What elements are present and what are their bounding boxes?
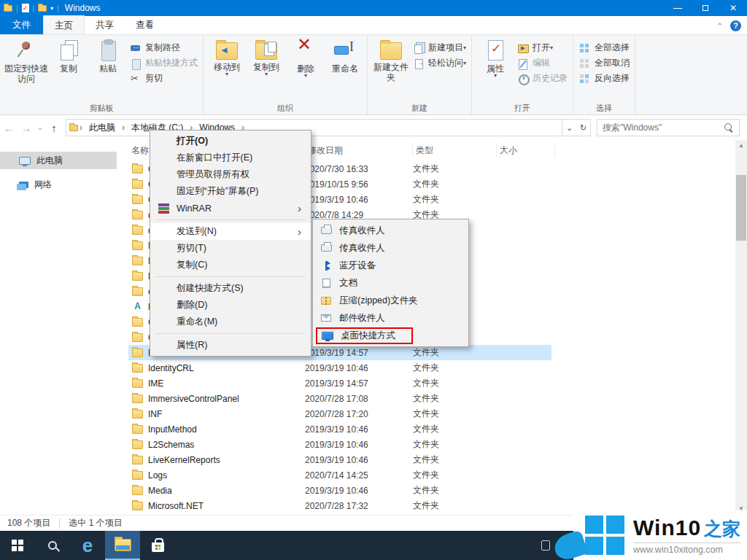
up-button[interactable]: ↑ — [45, 122, 63, 134]
tab-home[interactable]: 主页 — [43, 15, 85, 34]
breadcrumb[interactable]: ›此电脑›本地磁盘 (C:)›Windows› — [66, 119, 562, 136]
edit-button[interactable]: 编辑 — [515, 55, 570, 71]
column-header[interactable]: 类型 — [413, 144, 497, 158]
table-row[interactable]: ImmersiveControlPanel2020/7/28 17:08文件夹 — [117, 391, 735, 406]
title-bar: | ✓ | ▾ | Windows — ✕ — [0, 0, 747, 16]
table-row[interactable]: InputMethod2019/3/19 10:46文件夹 — [117, 421, 735, 437]
menu-item-cut[interactable]: 剪切(T) — [150, 240, 311, 257]
taskbar-start-button[interactable] — [0, 531, 35, 560]
column-header[interactable]: 修改日期 — [305, 144, 413, 158]
table-row[interactable]: LiveKernelReports2019/3/19 10:46文件夹 — [117, 452, 735, 467]
taskbar-edge-button[interactable]: e — [70, 531, 105, 560]
delete-button[interactable]: 删除▾ — [286, 38, 325, 79]
submenu-item-documents[interactable]: 文档 — [313, 274, 468, 292]
tab-share[interactable]: 共享 — [85, 15, 125, 34]
ribbon-group-label: 组织 — [204, 103, 367, 114]
table-row[interactable]: Logs2020/7/14 14:25文件夹 — [117, 467, 735, 483]
menu-item-copy[interactable]: 复制(C) — [150, 257, 311, 273]
paste-label: 粘贴 — [99, 63, 117, 74]
copy-to-button[interactable]: 复制到▾ — [247, 38, 286, 78]
rename-button[interactable]: 重命名 — [325, 38, 365, 75]
menu-item-winrar[interactable]: WinRAR› — [150, 200, 311, 217]
open-icon — [518, 43, 529, 53]
menu-item-delete[interactable]: 删除(D) — [150, 297, 311, 314]
winrar-icon — [150, 203, 177, 214]
table-row[interactable]: Media2019/3/19 10:46文件夹 — [117, 483, 735, 498]
submenu-item-zipped-folder[interactable]: 压缩(zipped)文件夹 — [313, 292, 468, 309]
customize-toolbar-chevron-icon[interactable]: ▾ — [50, 5, 53, 12]
submenu-item-fax-recipient-1[interactable]: 传真收件人 — [313, 222, 468, 239]
usb-tray-icon[interactable] — [541, 540, 550, 551]
new-folder-button[interactable]: 新建文件夹 — [371, 38, 411, 84]
search-input[interactable] — [597, 122, 723, 133]
close-button[interactable]: ✕ — [719, 0, 747, 16]
file-type: 文件夹 — [413, 484, 497, 497]
copy-path-button[interactable]: 复制路径 — [128, 40, 201, 55]
menu-item-create-shortcut[interactable]: 创建快捷方式(S) — [150, 280, 311, 297]
menu-item-rename[interactable]: 重命名(M) — [150, 314, 311, 330]
scrollbar-thumb[interactable] — [736, 175, 746, 241]
forward-button[interactable]: → — [18, 122, 35, 134]
restore-button[interactable] — [692, 0, 719, 16]
select-all-button[interactable]: 全部选择 — [577, 40, 632, 55]
file-name: ImmersiveControlPanel — [148, 394, 305, 404]
menu-item-take-ownership[interactable]: 管理员取得所有权 — [150, 166, 311, 183]
back-button[interactable]: ← — [0, 122, 18, 134]
sidebar-item-network[interactable]: 网络 — [0, 176, 117, 193]
paste-button[interactable]: 粘贴 — [88, 38, 128, 75]
menu-item-pin-to-start[interactable]: 固定到“开始”屏幕(P) — [150, 183, 311, 200]
easy-access-button[interactable]: 轻松访问 ▾ — [411, 55, 469, 71]
history-button[interactable]: 历史记录 — [515, 71, 570, 86]
submenu-item-bluetooth-device[interactable]: 蓝牙设备 — [313, 257, 468, 274]
submenu-item-fax-recipient-2[interactable]: 传真收件人 — [313, 239, 468, 257]
submenu-item-desktop-shortcut[interactable]: 桌面快捷方式 — [313, 327, 468, 344]
menu-item-open-new-window[interactable]: 在新窗口中打开(E) — [150, 149, 311, 166]
table-row[interactable]: L2Schemas2019/3/19 10:46文件夹 — [117, 437, 735, 452]
collapse-ribbon-icon[interactable]: ⌃ — [717, 22, 723, 30]
cut-button[interactable]: 剪切 — [128, 71, 201, 86]
sidebar-item-this-pc[interactable]: 此电脑 — [0, 152, 117, 169]
select-none-button[interactable]: 全部取消 — [577, 55, 632, 71]
menu-item-properties[interactable]: 属性(R) — [150, 337, 311, 354]
copy-button[interactable]: 复制 — [49, 38, 88, 75]
file-date-modified: 2019/3/19 10:46 — [305, 363, 413, 373]
tab-view[interactable]: 查看 — [125, 15, 165, 34]
table-row[interactable]: IME2019/3/19 14:57文件夹 — [117, 376, 735, 391]
search-box[interactable] — [597, 119, 740, 136]
ribbon-group-organize: 移动到▾复制到▾删除▾重命名组织 — [204, 35, 368, 114]
menu-item-send-to[interactable]: 发送到(N)› — [150, 223, 311, 240]
file-type: 文件夹 — [413, 454, 497, 466]
refresh-icon[interactable]: ↻ — [576, 123, 590, 133]
column-header[interactable]: 大小 — [497, 144, 555, 158]
new-folder-quick-icon[interactable] — [38, 5, 47, 12]
vertical-scrollbar[interactable]: ▲ ▼ — [735, 140, 747, 515]
breadcrumb-item[interactable]: 此电脑 — [84, 122, 120, 134]
open-button[interactable]: 打开 ▾ — [515, 40, 570, 55]
properties-quick-icon[interactable]: ✓ — [22, 4, 29, 12]
address-dropdown-icon[interactable]: ⌄ — [562, 123, 576, 133]
table-row[interactable]: INF2020/7/28 17:20文件夹 — [117, 406, 735, 421]
scroll-up-icon[interactable]: ▲ — [735, 140, 747, 152]
help-icon[interactable]: ? — [730, 20, 741, 31]
recent-locations-chevron-icon[interactable]: ⌄ — [35, 124, 45, 131]
taskbar-store-button[interactable] — [140, 531, 175, 560]
taskbar-file-explorer-button[interactable] — [105, 531, 140, 560]
properties-button[interactable]: 属性▾ — [476, 38, 515, 79]
new-item-button[interactable]: 新建项目 ▾ — [411, 40, 469, 55]
move-to-button[interactable]: 移动到▾ — [207, 38, 247, 78]
new-folder-label: 新建文件夹 — [371, 62, 411, 82]
menu-separator — [155, 276, 306, 277]
tab-file[interactable]: 文件 — [0, 15, 43, 34]
sidebar-item-label: 网络 — [34, 179, 52, 191]
history-icon — [518, 74, 529, 84]
search-icon[interactable] — [723, 122, 735, 133]
menu-item-open[interactable]: 打开(O) — [150, 133, 311, 149]
minimize-button[interactable]: — — [664, 0, 692, 16]
desktop-icon — [321, 332, 334, 340]
table-row[interactable]: IdentityCRL2019/3/19 10:46文件夹 — [117, 360, 735, 376]
taskbar-search-button[interactable] — [35, 531, 70, 560]
paste-shortcut-button[interactable]: 粘贴快捷方式 — [128, 55, 201, 71]
submenu-item-mail-recipient[interactable]: 邮件收件人 — [313, 309, 468, 327]
invert-selection-button[interactable]: 反向选择 — [577, 71, 632, 86]
pin-to-quick-access-button[interactable]: 固定到快速访问 — [4, 38, 49, 85]
